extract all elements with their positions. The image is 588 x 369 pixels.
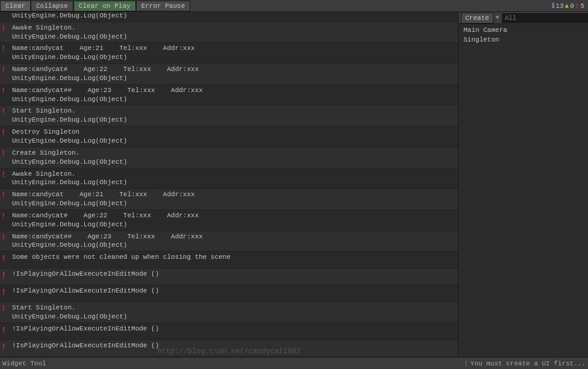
error-pause-button[interactable]: Error Pause xyxy=(136,1,191,11)
log-text: Create Singleton. UnityEngine.Debug.Log(… xyxy=(11,149,457,167)
hierarchy-item[interactable]: Main Camera xyxy=(459,25,588,35)
log-entry[interactable]: !!IsPlayingOrAllowExecuteInEditMode () xyxy=(0,285,458,302)
log-entry[interactable]: !Name:candycat Age:21 Tel:xxx Addr:xxx U… xyxy=(0,189,458,210)
log-entry[interactable]: !!IsPlayingOrAllowExecuteInEditMode () xyxy=(0,340,458,357)
right-toolbar: Create ▼ xyxy=(459,12,588,24)
main-area: !Create Singleton. UnityEngine.Debug.Log… xyxy=(0,12,588,357)
log-entry[interactable]: !Awake Singleton. UnityEngine.Debug.Log(… xyxy=(0,22,458,43)
log-text: !IsPlayingOrAllowExecuteInEditMode () xyxy=(11,324,457,333)
log-entry[interactable]: !Name:candycat## Age:23 Tel:xxx Addr:xxx… xyxy=(0,231,458,252)
log-icon: ! xyxy=(1,128,11,137)
log-text: Some objects were not cleaned up when cl… xyxy=(11,253,457,262)
log-icon: ! xyxy=(1,211,11,221)
log-entry[interactable]: !Name:candycat# Age:22 Tel:xxx Addr:xxx … xyxy=(0,64,458,85)
log-text: !IsPlayingOrAllowExecuteInEditMode () xyxy=(11,341,457,350)
console-toolbar: Clear Collapse Clear on Play Error Pause… xyxy=(0,0,588,12)
error-icon: ! xyxy=(575,2,580,10)
info-count: 13 xyxy=(556,2,563,10)
log-entry[interactable]: !Create Singleton. UnityEngine.Debug.Log… xyxy=(0,12,458,22)
log-icon: ! xyxy=(1,253,11,264)
log-text: Start Singleton. UnityEngine.Debug.Log(O… xyxy=(11,107,457,125)
warn-badge: ▲ 0 xyxy=(565,2,574,10)
log-text: Name:candycat# Age:22 Tel:xxx Addr:xxx U… xyxy=(11,65,457,83)
log-text: !IsPlayingOrAllowExecuteInEditMode () xyxy=(11,287,457,296)
clear-button[interactable]: Clear xyxy=(0,1,31,11)
status-text-left: Widget Tool xyxy=(2,360,462,367)
hierarchy-search-input[interactable] xyxy=(502,13,588,23)
create-dropdown-arrow: ▼ xyxy=(496,14,500,21)
log-icon: ! xyxy=(1,149,11,158)
log-icon: ! xyxy=(1,86,11,96)
status-bar: Widget Tool | You must create a UI first… xyxy=(0,357,588,369)
collapse-button[interactable]: Collapse xyxy=(31,1,73,11)
clear-on-play-button[interactable]: Clear on Play xyxy=(73,1,136,11)
log-text: Name:candycat## Age:23 Tel:xxx Addr:xxx … xyxy=(11,86,457,104)
create-button[interactable]: Create xyxy=(461,13,494,23)
status-text-right: You must create a UI first... xyxy=(471,360,586,367)
log-text: !IsPlayingOrAllowExecuteInEditMode () xyxy=(11,270,457,279)
log-entry[interactable]: !Start Singleton. UnityEngine.Debug.Log(… xyxy=(0,105,458,126)
log-text: Name:candycat# Age:22 Tel:xxx Addr:xxx U… xyxy=(11,211,457,229)
log-text: Destroy Singleton UnityEngine.Debug.Log(… xyxy=(11,128,457,146)
log-icon: ! xyxy=(1,107,11,116)
log-text: Create Singleton. UnityEngine.Debug.Log(… xyxy=(11,12,457,20)
log-text: Awake Singleton. UnityEngine.Debug.Log(O… xyxy=(11,170,457,188)
warn-count: 0 xyxy=(570,2,574,10)
warn-icon: ▲ xyxy=(565,2,569,10)
log-text: Name:candycat Age:21 Tel:xxx Addr:xxx Un… xyxy=(11,190,457,208)
console-panel: !Create Singleton. UnityEngine.Debug.Log… xyxy=(0,12,459,357)
log-entry[interactable]: !Some objects were not cleaned up when c… xyxy=(0,252,458,268)
log-entry[interactable]: !Name:candycat# Age:22 Tel:xxx Addr:xxx … xyxy=(0,210,458,231)
log-icon: ! xyxy=(1,44,11,54)
log-text: Name:candycat Age:21 Tel:xxx Addr:xxx Un… xyxy=(11,44,457,62)
log-entry[interactable]: !!IsPlayingOrAllowExecuteInEditMode () xyxy=(0,323,458,340)
console-log[interactable]: !Create Singleton. UnityEngine.Debug.Log… xyxy=(0,12,458,357)
log-entry[interactable]: !Destroy Singleton UnityEngine.Debug.Log… xyxy=(0,126,458,147)
info-badge: ℹ 13 xyxy=(552,2,563,10)
log-icon: ! xyxy=(1,270,11,281)
log-entry[interactable]: !!IsPlayingOrAllowExecuteInEditMode () xyxy=(0,268,458,285)
log-icon: ! xyxy=(1,23,11,33)
log-icon: ! xyxy=(1,232,11,242)
log-icon: ! xyxy=(1,341,11,352)
log-icon: ! xyxy=(1,170,11,179)
log-entry[interactable]: !Name:candycat Age:21 Tel:xxx Addr:xxx U… xyxy=(0,43,458,64)
log-icon: ! xyxy=(1,190,11,200)
error-badge: ! 5 xyxy=(575,2,584,10)
hierarchy-list: Main CameraSingleton xyxy=(459,24,588,357)
log-entry[interactable]: !Name:candycat## Age:23 Tel:xxx Addr:xxx… xyxy=(0,85,458,106)
info-icon: ℹ xyxy=(552,2,554,10)
hierarchy-item[interactable]: Singleton xyxy=(459,35,588,45)
status-separator: | xyxy=(462,360,471,367)
log-icon: ! xyxy=(1,287,11,297)
log-entry[interactable]: !Create Singleton. UnityEngine.Debug.Log… xyxy=(0,147,458,169)
log-entry[interactable]: !Start Singleton. UnityEngine.Debug.Log(… xyxy=(0,302,458,323)
log-text: Name:candycat## Age:23 Tel:xxx Addr:xxx … xyxy=(11,232,457,250)
log-entry[interactable]: !Awake Singleton. UnityEngine.Debug.Log(… xyxy=(0,169,458,190)
log-icon: ! xyxy=(1,303,11,313)
error-count: 5 xyxy=(580,2,584,10)
log-icon: ! xyxy=(1,324,11,335)
right-panel: Create ▼ Main CameraSingleton xyxy=(459,12,588,357)
badge-group: ℹ 13 ▲ 0 ! 5 xyxy=(548,2,588,10)
log-text: Awake Singleton. UnityEngine.Debug.Log(O… xyxy=(11,23,457,42)
log-icon: ! xyxy=(1,65,11,75)
log-text: Start Singleton. UnityEngine.Debug.Log(O… xyxy=(11,303,457,321)
